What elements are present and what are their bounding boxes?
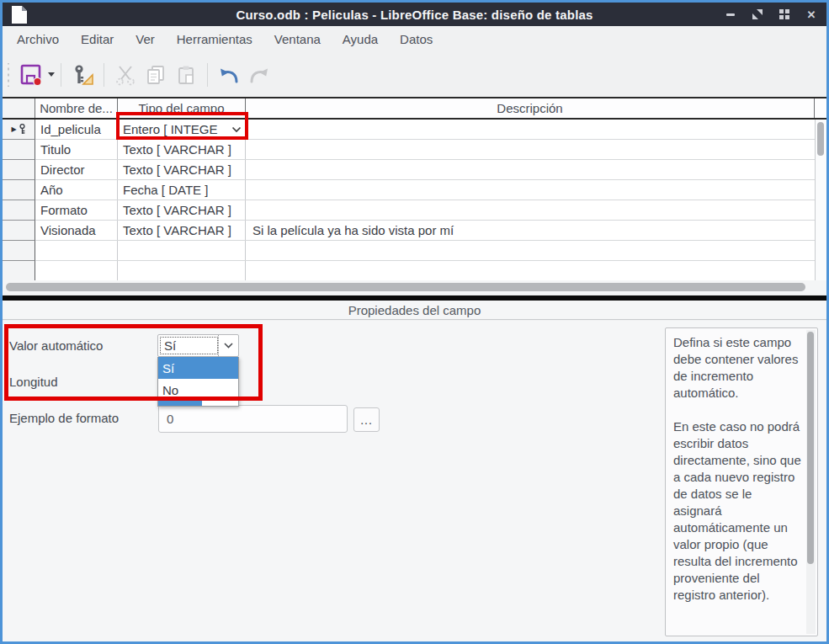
row-header[interactable] xyxy=(3,241,35,261)
cell-field-name[interactable]: Visionada xyxy=(35,221,118,240)
cell-field-type[interactable]: Texto [ VARCHAR ] xyxy=(118,221,246,240)
table-row[interactable]: ▶ Id_pelicula Entero [ INTEGE xyxy=(3,120,826,140)
cell-field-type[interactable]: Texto [ VARCHAR ] xyxy=(118,140,246,159)
menu-editar[interactable]: Editar xyxy=(70,26,125,52)
row-header[interactable] xyxy=(3,140,35,160)
grid-vertical-scrollbar-thumb[interactable] xyxy=(817,122,824,156)
toolbar-separator xyxy=(104,63,104,87)
field-type-combobox[interactable]: Entero [ INTEGE xyxy=(123,122,245,136)
column-header-name[interactable]: Nombre de... xyxy=(35,98,118,118)
help-scrollbar-thumb[interactable] xyxy=(807,332,814,564)
row-header[interactable] xyxy=(3,221,35,241)
menu-datos[interactable]: Datos xyxy=(389,26,444,52)
dropdown-option-si[interactable]: Sí xyxy=(158,357,238,379)
cell-field-name[interactable]: Formato xyxy=(35,200,118,220)
cell-field-type[interactable]: Texto [ VARCHAR ] xyxy=(118,200,246,220)
table-row[interactable]: Formato Texto [ VARCHAR ] xyxy=(3,200,826,221)
help-paragraph: Defina si este campo debe contener valor… xyxy=(673,334,802,402)
minimize-button[interactable] xyxy=(724,8,737,21)
help-text-box: Defina si este campo debe contener valor… xyxy=(665,327,818,636)
cell-field-type[interactable]: Entero [ INTEGE xyxy=(118,120,246,139)
help-scrollbar[interactable] xyxy=(806,330,816,634)
workspaces-button[interactable] xyxy=(778,8,791,21)
cell-field-name[interactable]: Año xyxy=(35,180,118,200)
cell-field-name[interactable]: Id_pelicula xyxy=(35,120,118,139)
paste-clipboard-icon xyxy=(174,63,198,87)
toolbar-separator xyxy=(61,63,61,87)
chevron-down-icon[interactable] xyxy=(231,126,242,133)
menu-ver[interactable]: Ver xyxy=(125,26,166,52)
undo-button[interactable] xyxy=(214,60,244,90)
save-button[interactable] xyxy=(16,60,46,90)
auto-value-selected[interactable]: Sí xyxy=(160,337,218,354)
table-row[interactable]: Director Texto [ VARCHAR ] xyxy=(3,160,826,180)
menu-herramientas[interactable]: Herramientas xyxy=(166,26,263,52)
index-design-button[interactable] xyxy=(67,60,98,90)
cell-description[interactable] xyxy=(246,241,826,260)
format-example-label: Ejemplo de formato xyxy=(9,411,119,425)
format-browse-button[interactable]: ... xyxy=(353,407,380,432)
auto-value-dropdown-button[interactable] xyxy=(218,335,238,356)
cell-field-type[interactable] xyxy=(118,261,246,280)
cell-description[interactable] xyxy=(246,200,826,220)
grid-corner-cell xyxy=(3,98,35,118)
table-row[interactable] xyxy=(3,261,826,281)
cell-description[interactable] xyxy=(246,261,826,280)
cell-description[interactable] xyxy=(246,160,826,179)
column-header-description[interactable]: Descripción xyxy=(246,98,815,118)
row-header[interactable] xyxy=(3,160,35,180)
menu-archivo[interactable]: Archivo xyxy=(6,26,70,52)
field-properties-panel: Valor automático Longitud Ejemplo de for… xyxy=(3,321,826,641)
menu-ayuda[interactable]: Ayuda xyxy=(332,26,389,52)
row-header[interactable] xyxy=(3,261,35,281)
window-title: Curso.odb : Peliculas - LibreOffice Base… xyxy=(3,8,826,22)
row-header-primary-key[interactable]: ▶ xyxy=(3,120,35,140)
cell-description[interactable] xyxy=(246,120,826,139)
menu-ventana[interactable]: Ventana xyxy=(263,26,332,52)
cell-description[interactable]: Si la película ya ha sido vista por mí xyxy=(246,221,826,240)
grid-header-row: Nombre de... Tipo del campo Descripción xyxy=(3,98,826,120)
cell-field-name[interactable]: Director xyxy=(35,160,118,179)
paste-button[interactable] xyxy=(171,60,201,90)
table-row[interactable]: Visionada Texto [ VARCHAR ] Si la pelícu… xyxy=(3,221,826,241)
row-header[interactable] xyxy=(3,200,35,221)
cell-field-type[interactable] xyxy=(118,241,246,260)
save-dropdown-arrow-icon[interactable] xyxy=(48,72,55,77)
title-bar[interactable]: Curso.odb : Peliculas - LibreOffice Base… xyxy=(3,3,826,26)
restore-button[interactable] xyxy=(751,8,764,21)
grid-vertical-scrollbar[interactable] xyxy=(815,120,826,281)
format-example-value: 0 xyxy=(167,412,173,426)
redo-button[interactable] xyxy=(244,60,274,90)
field-type-value: Entero [ INTEGE xyxy=(123,122,218,136)
redo-icon xyxy=(247,62,272,88)
dropdown-partial-option[interactable] xyxy=(158,401,238,406)
dropdown-option-no[interactable]: No xyxy=(158,379,238,401)
index-design-key-icon xyxy=(70,62,95,88)
row-header[interactable] xyxy=(3,180,35,200)
auto-value-combobox[interactable]: Sí xyxy=(157,334,239,357)
cell-description[interactable] xyxy=(246,180,826,200)
table-row[interactable] xyxy=(3,241,826,261)
workspaces-grid-icon xyxy=(779,9,789,19)
length-label: Longitud xyxy=(9,375,58,389)
toolbar-drag-handle-icon[interactable] xyxy=(6,63,11,87)
close-button[interactable]: ✕ xyxy=(805,8,818,21)
table-row[interactable]: Titulo Texto [ VARCHAR ] xyxy=(3,140,826,160)
cell-field-name[interactable] xyxy=(35,241,118,260)
chevron-down-icon xyxy=(224,343,233,349)
cell-field-type[interactable]: Texto [ VARCHAR ] xyxy=(118,160,246,179)
grid-horizontal-scrollbar[interactable] xyxy=(3,280,826,294)
column-header-type[interactable]: Tipo del campo xyxy=(118,98,246,118)
cell-field-type[interactable]: Fecha [ DATE ] xyxy=(118,180,246,200)
menu-bar: Archivo Editar Ver Herramientas Ventana … xyxy=(3,26,826,52)
cut-button[interactable] xyxy=(110,60,141,90)
cell-field-name[interactable]: Titulo xyxy=(35,140,118,159)
table-row[interactable]: Año Fecha [ DATE ] xyxy=(3,180,826,200)
cell-field-name[interactable] xyxy=(35,261,118,280)
grid-horizontal-scrollbar-thumb[interactable] xyxy=(6,283,805,291)
cell-description[interactable] xyxy=(246,140,826,159)
window-frame: Curso.odb : Peliculas - LibreOffice Base… xyxy=(3,3,826,641)
copy-button[interactable] xyxy=(141,60,171,90)
format-example-input[interactable]: 0 xyxy=(158,405,348,433)
copy-icon xyxy=(144,63,167,87)
